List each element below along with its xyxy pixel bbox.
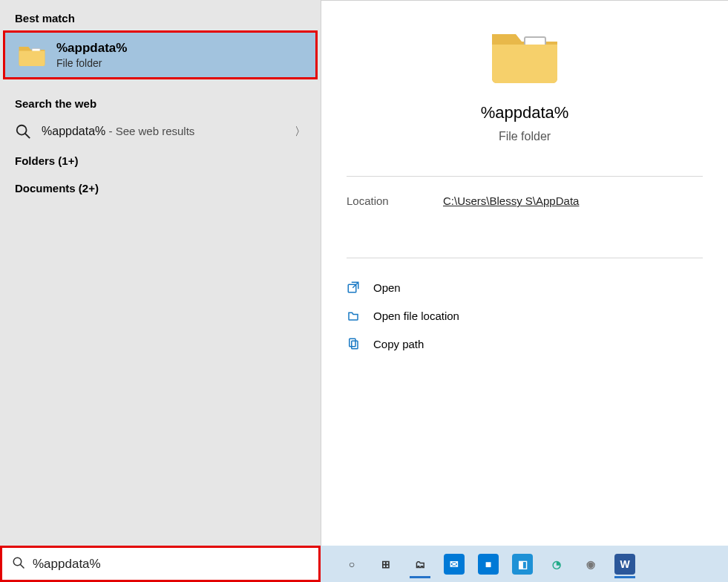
svg-line-8 (20, 564, 24, 568)
svg-rect-6 (352, 341, 358, 349)
svg-point-7 (13, 558, 22, 566)
edge-icon[interactable]: ◔ (542, 549, 571, 579)
search-results-pane: Best match %appdata% File folder Search … (0, 0, 321, 546)
task-view-icon[interactable]: ⊞ (371, 549, 401, 579)
app1-icon[interactable]: ■ (473, 549, 503, 579)
search-box[interactable] (0, 546, 321, 582)
preview-pane: %appdata% File folder Location C:\Users\… (321, 0, 728, 546)
taskbar: ○⊞🗂✉■◧◔◉W (0, 546, 728, 582)
svg-line-2 (25, 134, 30, 138)
action-label: Copy path (373, 338, 424, 350)
location-path-link[interactable]: C:\Users\Blessy S\AppData (443, 194, 579, 207)
folder-large-icon (489, 24, 560, 85)
category-documents[interactable]: Documents (2+) (0, 174, 321, 202)
word-icon[interactable]: W (610, 549, 640, 579)
category-folders[interactable]: Folders (1+) (0, 147, 321, 174)
folder-icon (18, 43, 46, 67)
action-open-location[interactable]: Open file location (347, 301, 703, 330)
open-icon (347, 281, 360, 294)
web-search-result[interactable]: %appdata% - See web results 〉 (0, 116, 321, 147)
best-match-subtitle: File folder (56, 57, 127, 69)
action-open[interactable]: Open (347, 273, 703, 301)
svg-rect-5 (350, 339, 355, 347)
best-match-title: %appdata% (56, 41, 127, 56)
preview-subtitle: File folder (347, 130, 703, 143)
app2-icon[interactable]: ◧ (508, 549, 537, 579)
location-label: Location (347, 194, 443, 207)
search-icon (12, 556, 25, 572)
web-result-query: %appdata% (42, 125, 105, 137)
best-match-header: Best match (0, 7, 321, 30)
divider (347, 258, 703, 258)
preview-title: %appdata% (347, 103, 703, 122)
web-result-suffix: - See web results (105, 125, 194, 137)
search-web-header: Search the web (0, 93, 321, 116)
action-label: Open (373, 281, 401, 294)
explorer-icon[interactable]: 🗂 (405, 549, 435, 579)
action-copy-path[interactable]: Copy path (347, 330, 703, 358)
search-input[interactable] (33, 557, 309, 572)
best-match-result[interactable]: %appdata% File folder (3, 30, 318, 79)
action-label: Open file location (373, 310, 459, 322)
cortana-icon[interactable]: ○ (337, 549, 367, 579)
divider (347, 176, 703, 177)
search-icon (15, 123, 31, 140)
svg-point-1 (17, 125, 27, 135)
open-location-icon (347, 309, 360, 322)
chrome-icon[interactable]: ◉ (576, 549, 606, 579)
copy-path-icon (347, 337, 360, 350)
mail-icon[interactable]: ✉ (439, 549, 469, 579)
chevron-right-icon: 〉 (295, 125, 306, 139)
